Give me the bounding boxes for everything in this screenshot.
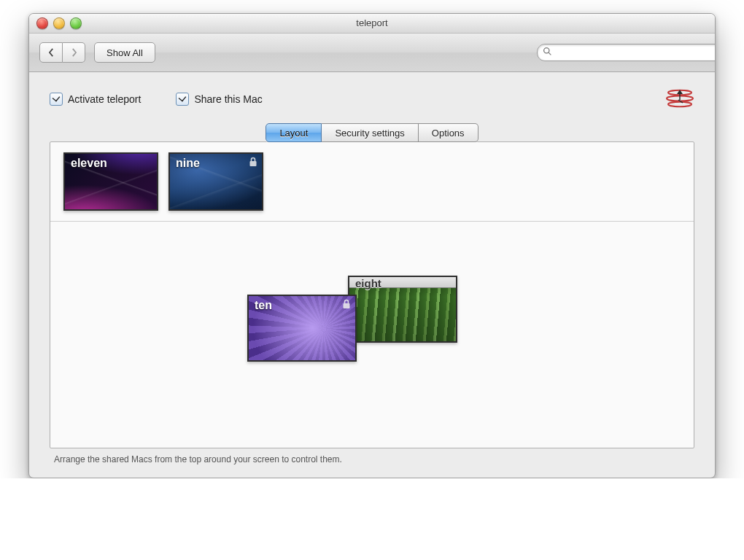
show-all-button[interactable]: Show All [94, 42, 155, 63]
svg-rect-7 [344, 303, 350, 308]
svg-point-0 [544, 48, 549, 53]
share-this-mac-label: Share this Mac [194, 93, 262, 105]
teleport-app-icon [665, 88, 694, 110]
pane-content: Activate teleport Share this Mac [29, 72, 715, 478]
navigation-segment [39, 42, 85, 63]
tab-layout[interactable]: Layout [266, 123, 322, 142]
tab-label: Options [432, 128, 465, 139]
top-options-row: Activate teleport Share this Mac [50, 88, 694, 110]
lock-icon [249, 157, 257, 170]
window-titlebar: teleport [29, 14, 715, 34]
mac-label: nine [176, 157, 200, 170]
tab-bar: Layout Security settings Options [50, 123, 694, 142]
checkbox-icon [50, 93, 63, 106]
prefpane-window: teleport Show All Activate teleport [28, 13, 716, 478]
svg-line-1 [549, 52, 551, 55]
mac-label: eleven [71, 157, 107, 170]
tab-label: Layout [279, 128, 308, 139]
mac-thumbnail-eight[interactable]: eight [348, 276, 457, 343]
svg-rect-6 [250, 161, 257, 166]
checkbox-icon [176, 93, 189, 106]
show-all-label: Show All [106, 47, 143, 58]
activate-teleport-label: Activate teleport [68, 93, 141, 105]
help-text: Arrange the shared Macs from the top aro… [50, 448, 694, 464]
mac-thumbnail-eleven[interactable]: eleven [63, 152, 158, 211]
available-macs-row: eleven nine [50, 142, 694, 221]
tab-security-settings[interactable]: Security settings [322, 123, 418, 142]
layout-tab-content: eleven nine eight ten [50, 141, 694, 448]
back-button[interactable] [39, 42, 63, 63]
zoom-window-button[interactable] [70, 18, 82, 29]
mac-label: ten [255, 299, 272, 312]
share-this-mac-checkbox[interactable]: Share this Mac [176, 93, 262, 106]
close-window-button[interactable] [36, 18, 48, 29]
minimize-window-button[interactable] [53, 18, 65, 29]
forward-button[interactable] [63, 42, 85, 63]
search-icon [543, 47, 552, 58]
window-title: teleport [356, 18, 387, 28]
svg-point-4 [668, 102, 691, 106]
search-input[interactable] [537, 44, 716, 61]
lock-icon [342, 299, 351, 312]
chevron-left-icon [48, 48, 55, 57]
search-field-wrap [537, 44, 705, 61]
toolbar: Show All [29, 34, 715, 72]
traffic-lights [36, 18, 82, 29]
mac-thumbnail-nine[interactable]: nine [168, 152, 263, 211]
chevron-right-icon [71, 48, 77, 57]
mac-label: eight [355, 277, 381, 289]
tab-label: Security settings [335, 128, 404, 139]
activate-teleport-checkbox[interactable]: Activate teleport [50, 93, 141, 106]
tab-options[interactable]: Options [419, 123, 478, 142]
arrangement-canvas[interactable]: eight ten [50, 222, 694, 448]
mac-thumbnail-ten[interactable]: ten [247, 295, 357, 362]
